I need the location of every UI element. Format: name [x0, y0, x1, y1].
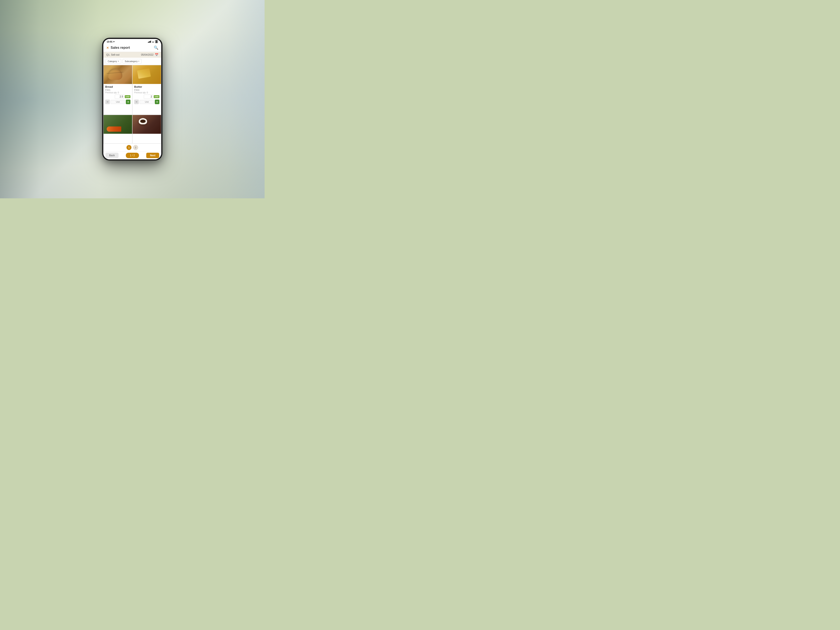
qty-row-butter: − Unit + — [134, 99, 159, 104]
subcategory-label: Subcategory — [125, 60, 138, 63]
category-label: Category — [108, 60, 117, 63]
product-info-bread: Bread F001 Previous qty: 0 USD − Unit + — [104, 84, 132, 115]
qty-row-bread: − Unit + — [105, 99, 130, 104]
product-price-row-bread: USD — [105, 95, 130, 99]
product-grid: Bread F001 Previous qty: 0 USD − Unit + — [103, 65, 161, 144]
category-chevron-icon: ▾ — [118, 60, 119, 62]
qty-plus-bread[interactable]: + — [126, 99, 130, 104]
report-info-bar: Q1. Sell-out 05/04/2022 📅 — [103, 52, 161, 58]
unit-label-butter: Unit — [140, 100, 154, 104]
product-prev-qty-bread: Previous qty: 0 — [105, 92, 130, 94]
qty-plus-butter[interactable]: + — [155, 99, 159, 104]
product-card-bread: Bread F001 Previous qty: 0 USD − Unit + — [103, 65, 132, 115]
product-name-butter: Butter — [134, 85, 159, 88]
subcategory-filter[interactable]: Subcategory ▾ — [123, 59, 142, 63]
app-header: ✕ Sales report 🔍 — [103, 44, 161, 52]
page-dot-1[interactable]: 1 — [126, 145, 131, 150]
product-image-butter — [133, 65, 161, 84]
price-input-butter[interactable] — [144, 95, 153, 99]
product-info-butter: Butter F004 Previous qty: 0 USD − Unit + — [133, 84, 161, 115]
pagination-bar: 1 2 — [103, 144, 161, 151]
time-display: 13:01 — [107, 40, 112, 43]
product-code-butter: F004 — [134, 89, 159, 91]
status-time: 13:01 ➤ — [107, 40, 115, 43]
phone-wrapper: 13:01 ➤ ▲ ▓ ✕ Sale — [102, 38, 163, 161]
nav-arrow-icon: ➤ — [113, 41, 115, 43]
back-button[interactable]: Back — [106, 153, 118, 158]
product-price-row-butter: USD — [134, 95, 159, 99]
bottom-navigation: Back 1 / 2 Next — [103, 151, 161, 159]
unit-label-bread: Unit — [111, 100, 125, 104]
product-image-carrot — [104, 115, 132, 134]
phone-device: 13:01 ➤ ▲ ▓ ✕ Sale — [102, 38, 163, 161]
category-filter[interactable]: Category ▾ — [106, 59, 121, 63]
filter-bar: Category ▾ Subcategory ▾ — [103, 58, 161, 65]
header-left: ✕ Sales report — [106, 46, 130, 50]
shelf-right — [172, 0, 265, 198]
price-input-bread[interactable] — [115, 95, 124, 99]
shelf-left — [0, 0, 101, 198]
page-dot-2[interactable]: 2 — [133, 145, 138, 150]
qty-minus-butter[interactable]: − — [134, 99, 139, 104]
progress-indicator: 1 / 2 — [126, 153, 139, 158]
battery-icon: ▓ — [155, 40, 158, 43]
next-button[interactable]: Next — [146, 153, 159, 158]
status-bar: 13:01 ➤ ▲ ▓ — [103, 39, 161, 44]
report-date: 05/04/2022 — [141, 53, 153, 56]
report-name: Q1. Sell-out — [106, 53, 119, 56]
calendar-icon[interactable]: 📅 — [155, 53, 158, 57]
product-card-butter: Butter F004 Previous qty: 0 USD − Unit + — [132, 65, 161, 115]
product-card-coffee — [132, 115, 161, 144]
product-card-carrot — [103, 115, 132, 144]
signal-icon — [148, 41, 151, 43]
search-icon[interactable]: 🔍 — [154, 46, 158, 50]
currency-badge-bread: USD — [125, 95, 130, 98]
product-name-bread: Bread — [105, 85, 130, 88]
product-prev-qty-butter: Previous qty: 0 — [134, 92, 159, 94]
wifi-icon: ▲ — [152, 40, 154, 43]
subcategory-chevron-icon: ▾ — [138, 60, 139, 62]
product-image-bread — [104, 65, 132, 84]
report-date-row: 05/04/2022 📅 — [141, 53, 158, 57]
page-title: Sales report — [111, 46, 130, 50]
qty-minus-bread[interactable]: − — [105, 99, 110, 104]
product-code-bread: F001 — [105, 89, 130, 91]
phone-screen: 13:01 ➤ ▲ ▓ ✕ Sale — [103, 39, 161, 159]
close-button[interactable]: ✕ — [106, 46, 109, 50]
status-icons: ▲ ▓ — [148, 40, 158, 43]
currency-badge-butter: USD — [154, 95, 159, 98]
product-image-coffee — [133, 115, 161, 134]
